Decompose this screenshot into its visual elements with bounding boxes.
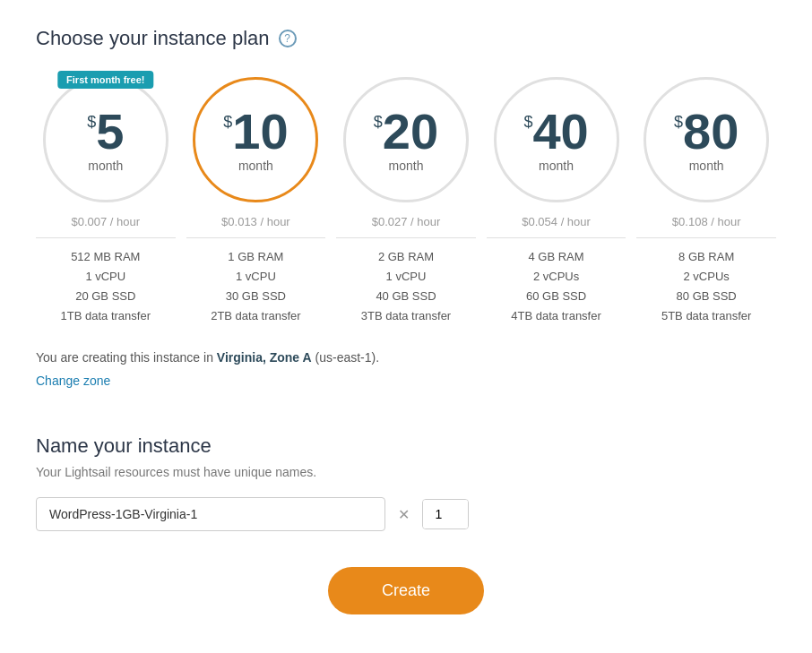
change-zone-link[interactable]: Change zone (36, 374, 110, 388)
plan-ssd-20: 40 GB SSD (361, 287, 451, 306)
plan-hourly-80: $0.108 / hour (672, 215, 741, 228)
plan-divider-40 (487, 237, 626, 238)
plan-card-5[interactable]: First month free! $ 5 month $0.007 / hou… (36, 77, 176, 326)
page-header: Choose your instance plan ? (36, 27, 776, 50)
plan-circle-20: $ 20 month (343, 77, 469, 202)
plan-hourly-40: $0.054 / hour (522, 215, 591, 228)
plan-price-80: $ 80 (674, 107, 739, 157)
instance-name-row: ✕ (36, 497, 776, 531)
plan-circle-5: First month free! $ 5 month (43, 77, 168, 202)
plan-dollar-40: $ (523, 114, 532, 130)
plan-dollar-10: $ (223, 114, 232, 130)
plan-circle-10: $ 10 month (193, 77, 318, 202)
help-icon[interactable]: ? (279, 30, 297, 47)
plan-price-10: $ 10 (223, 107, 288, 157)
plan-vcpu-20: 1 vCPU (361, 267, 451, 287)
plan-vcpu-10: 1 vCPU (211, 267, 300, 287)
plan-amount-20: 20 (383, 107, 438, 157)
plan-ram-80: 8 GB RAM (661, 247, 751, 267)
naming-section-title: Name your instance (36, 434, 776, 458)
plan-transfer-40: 4TB data transfer (511, 306, 600, 326)
plan-amount-40: 40 (532, 107, 588, 157)
plan-price-40: $ 40 (523, 107, 588, 157)
plan-vcpu-80: 2 vCPUs (661, 267, 751, 287)
instance-count-input[interactable] (423, 500, 468, 528)
plan-ram-5: 512 MB RAM (61, 247, 151, 267)
plan-ssd-40: 60 GB SSD (511, 287, 600, 306)
plan-specs-5: 512 MB RAM 1 vCPU 20 GB SSD 1TB data tra… (61, 247, 151, 326)
plan-card-80[interactable]: $ 80 month $0.108 / hour 8 GB RAM 2 vCPU… (636, 77, 776, 326)
zone-info: You are creating this instance in Virgin… (36, 348, 776, 367)
plan-period-10: month (238, 159, 273, 173)
create-button[interactable]: Create (328, 567, 484, 614)
plan-card-10[interactable]: $ 10 month $0.013 / hour 1 GB RAM 1 vCPU… (186, 77, 326, 326)
plan-ssd-10: 30 GB SSD (211, 287, 300, 306)
plan-amount-10: 10 (232, 107, 288, 157)
plan-transfer-20: 3TB data transfer (361, 306, 451, 326)
plan-ram-20: 2 GB RAM (361, 247, 451, 267)
zone-name: Virginia, Zone A (217, 350, 312, 365)
instance-count (422, 499, 469, 529)
plan-transfer-80: 5TB data transfer (661, 306, 751, 326)
plan-transfer-5: 1TB data transfer (61, 306, 151, 326)
clear-input-button[interactable]: ✕ (394, 506, 413, 523)
plan-vcpu-5: 1 vCPU (61, 267, 151, 287)
plan-period-5: month (88, 159, 123, 173)
plan-amount-80: 80 (683, 107, 739, 157)
first-month-badge: First month free! (57, 71, 153, 89)
plan-card-20[interactable]: $ 20 month $0.027 / hour 2 GB RAM 1 vCPU… (336, 77, 476, 326)
page-title: Choose your instance plan (36, 27, 270, 50)
plan-price-5: $ 5 (87, 107, 124, 157)
plan-ram-40: 4 GB RAM (511, 247, 600, 267)
instance-name-input[interactable] (36, 497, 385, 531)
plan-divider-80 (636, 237, 776, 238)
plan-divider-5 (36, 237, 176, 238)
plan-price-20: $ 20 (374, 107, 438, 157)
plans-container: First month free! $ 5 month $0.007 / hou… (36, 77, 776, 326)
zone-prefix: You are creating this instance in (36, 350, 213, 365)
plan-specs-20: 2 GB RAM 1 vCPU 40 GB SSD 3TB data trans… (361, 247, 451, 326)
plan-period-40: month (539, 159, 574, 173)
plan-circle-40: $ 40 month (494, 77, 619, 202)
plan-card-40[interactable]: $ 40 month $0.054 / hour 4 GB RAM 2 vCPU… (487, 77, 626, 326)
plan-ram-10: 1 GB RAM (211, 247, 300, 267)
plan-specs-10: 1 GB RAM 1 vCPU 30 GB SSD 2TB data trans… (211, 247, 300, 326)
zone-code: (us-east-1). (315, 350, 380, 365)
plan-hourly-10: $0.013 / hour (221, 215, 290, 228)
plan-circle-80: $ 80 month (644, 77, 769, 202)
plan-specs-80: 8 GB RAM 2 vCPUs 80 GB SSD 5TB data tran… (661, 247, 751, 326)
plan-ssd-80: 80 GB SSD (661, 287, 751, 306)
plan-vcpu-40: 2 vCPUs (511, 267, 600, 287)
plan-divider-10 (186, 237, 326, 238)
naming-subtitle: Your Lightsail resources must have uniqu… (36, 465, 776, 479)
plan-divider-20 (336, 237, 476, 238)
plan-period-20: month (389, 159, 424, 173)
plan-dollar-5: $ (87, 114, 96, 130)
plan-ssd-5: 20 GB SSD (61, 287, 151, 306)
section-divider (36, 416, 776, 417)
plan-transfer-10: 2TB data transfer (211, 306, 300, 326)
plan-hourly-20: $0.027 / hour (372, 215, 441, 228)
plan-dollar-80: $ (674, 114, 683, 130)
plan-amount-5: 5 (96, 107, 124, 157)
plan-hourly-5: $0.007 / hour (71, 215, 140, 228)
plan-period-80: month (689, 159, 724, 173)
plan-specs-40: 4 GB RAM 2 vCPUs 60 GB SSD 4TB data tran… (511, 247, 600, 326)
plan-dollar-20: $ (374, 114, 383, 130)
